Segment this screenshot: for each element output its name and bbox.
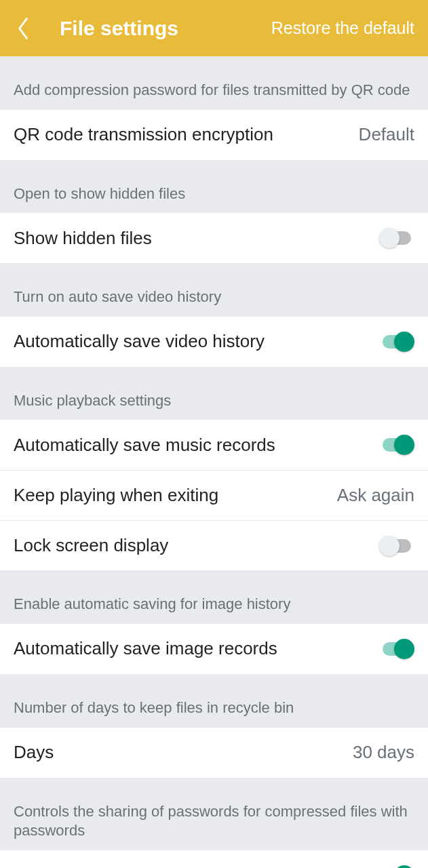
page-title: File settings [60,17,178,40]
row-label: QR code transmission encryption [14,124,359,145]
section-header-recycle: Number of days to keep files in recycle … [0,674,428,728]
row-show-hidden[interactable]: Show hidden files [0,213,428,263]
toggle-lock-screen[interactable] [379,536,414,556]
section-header-qr: Add compression password for files trans… [0,56,428,110]
row-label: Automatically save music records [14,435,370,456]
row-lock-screen[interactable]: Lock screen display [0,520,428,570]
row-label: Lock screen display [14,535,370,556]
row-value: 30 days [353,742,414,763]
section-header-image: Enable automatic saving for image histor… [0,570,428,624]
row-label: Automatically save image records [14,638,370,659]
row-auto-video[interactable]: Automatically save video history [0,317,428,367]
row-label: Automatically save video history [14,331,370,352]
row-keep-playing[interactable]: Keep playing when exiting Ask again [0,470,428,520]
row-label: Show hidden files [14,228,370,249]
section-header-music: Music playback settings [0,367,428,420]
row-label: Days [14,742,353,763]
toggle-auto-music[interactable] [379,435,414,455]
section-header-video: Turn on auto save video history [0,263,428,317]
back-icon[interactable] [14,15,33,42]
row-days[interactable]: Days 30 days [0,728,428,778]
toggle-auto-image[interactable] [379,639,414,659]
row-label: Share extraction password [14,865,370,868]
toggle-auto-video[interactable] [379,332,414,352]
app-header: File settings Restore the default [0,0,428,56]
row-share-password[interactable]: Share extraction password [0,850,428,868]
section-header-share: Controls the sharing of passwords for co… [0,778,428,850]
row-label: Keep playing when exiting [14,485,337,506]
row-auto-image[interactable]: Automatically save image records [0,624,428,674]
row-qr-encryption[interactable]: QR code transmission encryption Default [0,110,428,160]
row-auto-music[interactable]: Automatically save music records [0,420,428,470]
restore-default-button[interactable]: Restore the default [271,18,414,38]
row-value: Ask again [337,485,414,506]
toggle-show-hidden[interactable] [379,228,414,248]
toggle-share-password[interactable] [379,865,414,868]
section-header-hidden: Open to show hidden files [0,160,428,214]
row-value: Default [359,124,414,145]
